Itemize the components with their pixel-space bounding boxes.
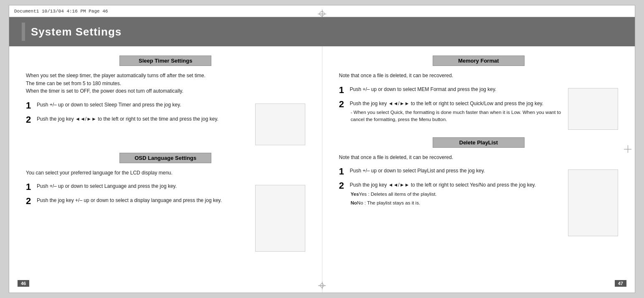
sleep-timer-image: [255, 104, 305, 145]
osd-language-intro: You can select your preferred language f…: [26, 169, 305, 177]
sleep-timer-steps-list: 1 Push +/– up or down to select Sleep Ti…: [26, 101, 251, 145]
osd-language-section: OSD Language Settings You can select you…: [26, 153, 305, 252]
del-step2-yes-note: YesYes : Deletes all items of the playli…: [350, 191, 564, 198]
sleep-timer-header: Sleep Timer Settings: [26, 56, 305, 66]
del-step1: 1 Push +/– up or down to select PlayList…: [339, 167, 564, 176]
memory-format-header: Memory Format: [339, 56, 619, 66]
delete-playlist-steps: 1 Push +/– up or down to select PlayList…: [339, 167, 619, 236]
osd-language-header-label: OSD Language Settings: [119, 153, 211, 163]
delete-playlist-intro: Note that once a file is deleted, it can…: [339, 154, 619, 162]
sleep-timer-step2: 2 Push the jog key ◄◄/►► to the left or …: [26, 115, 251, 124]
del-yes-bold: Yes: [351, 192, 359, 197]
del-step2-no-note: NoNo : The playlist stays as it is.: [350, 200, 564, 207]
osd-step1-text: Push +/– up or down to select Language a…: [37, 182, 251, 190]
del-step2: 2 Push the jog key ◄◄/►► to the left or …: [339, 181, 564, 207]
sleep-timer-header-label: Sleep Timer Settings: [119, 56, 211, 66]
memory-format-intro: Note that once a file is deleted, it can…: [339, 72, 619, 80]
header-accent-bar: [22, 23, 25, 41]
mem-step1: 1 Push +/– up or down to select MEM Form…: [339, 86, 564, 95]
memory-format-header-label: Memory Format: [433, 56, 525, 66]
mem-step2-text: Push the jog key ◄◄/►► to the left or ri…: [350, 100, 564, 124]
osd-step-number-1: 1: [26, 182, 33, 192]
mem-step2-sub-note: - When you select Quick, the formatting …: [350, 109, 564, 124]
sleep-timer-step1-text: Push +/– up or down to select Sleep Time…: [37, 101, 251, 109]
del-yes-text: Yes : Deletes all items of the playlist.: [359, 192, 436, 197]
delete-playlist-image: [568, 169, 618, 236]
mem-step2-main: Push the jog key ◄◄/►► to the left or ri…: [350, 101, 544, 106]
osd-language-image: [255, 185, 305, 252]
delete-playlist-steps-list: 1 Push +/– up or down to select PlayList…: [339, 167, 564, 236]
page-left: Sleep Timer Settings When you set the sl…: [9, 46, 322, 293]
sleep-timer-intro: When you set the sleep timer, the player…: [26, 72, 305, 95]
document-meta: Document1 10/13/04 4:16 PM Page 46: [14, 9, 108, 14]
sleep-timer-steps: 1 Push +/– up or down to select Sleep Ti…: [26, 101, 305, 145]
page-right: Memory Format Note that once a file is d…: [322, 46, 635, 293]
del-step-number-2: 2: [339, 181, 347, 190]
memory-format-steps-list: 1 Push +/– up or down to select MEM Form…: [339, 86, 564, 130]
memory-format-steps: 1 Push +/– up or down to select MEM Form…: [339, 86, 619, 130]
delete-playlist-header: Delete PlayList: [339, 137, 619, 148]
page-title: System Settings: [31, 25, 122, 38]
osd-language-steps-list: 1 Push +/– up or down to select Language…: [26, 182, 251, 252]
del-step2-text: Push the jog key ◄◄/►► to the left or ri…: [350, 181, 564, 207]
page-number-left: 46: [18, 280, 29, 287]
crosshair-circle-bottom: [320, 283, 324, 288]
del-no-text: No : The playlist stays as it is.: [357, 200, 420, 205]
mem-step-number-2: 2: [339, 100, 347, 109]
osd-step2-text: Push the jog key +/– up or down to selec…: [37, 197, 251, 205]
del-step-number-1: 1: [339, 167, 347, 176]
memory-format-image: [568, 88, 618, 130]
page-number-right: 47: [615, 280, 626, 287]
sleep-timer-section: Sleep Timer Settings When you set the sl…: [26, 56, 305, 145]
memory-format-section: Memory Format Note that once a file is d…: [339, 56, 619, 130]
del-no-bold: No: [351, 200, 357, 205]
main-content: System Settings Sleep Timer Settings Whe…: [9, 17, 635, 293]
osd-step2: 2 Push the jog key +/– up or down to sel…: [26, 197, 251, 206]
delete-playlist-header-label: Delete PlayList: [433, 137, 525, 148]
mem-step2: 2 Push the jog key ◄◄/►► to the left or …: [339, 100, 564, 124]
delete-playlist-section: Delete PlayList Note that once a file is…: [339, 137, 619, 237]
osd-language-header: OSD Language Settings: [26, 153, 305, 163]
mem-step1-text: Push +/– up or down to select MEM Format…: [350, 86, 564, 93]
crosshair-bottom-icon: [318, 282, 326, 289]
del-step2-main: Push the jog key ◄◄/►► to the left or ri…: [350, 182, 536, 188]
step-number-1: 1: [26, 101, 33, 110]
crosshair-top-icon: [318, 10, 326, 18]
osd-step1: 1 Push +/– up or down to select Language…: [26, 182, 251, 192]
crosshair-circle-top: [319, 11, 325, 16]
mem-step-number-1: 1: [339, 86, 347, 95]
pages-container: Sleep Timer Settings When you set the sl…: [9, 46, 635, 293]
del-step1-text: Push +/– up or down to select PlayList a…: [350, 167, 564, 175]
sleep-timer-step1: 1 Push +/– up or down to select Sleep Ti…: [26, 101, 251, 110]
osd-language-steps: 1 Push +/– up or down to select Language…: [26, 182, 305, 252]
step-number-2: 2: [26, 115, 33, 124]
sleep-timer-step2-text: Push the jog key ◄◄/►► to the left or ri…: [37, 115, 251, 123]
document-frame: Document1 10/13/04 4:16 PM Page 46 Syste…: [9, 5, 635, 293]
osd-step-number-2: 2: [26, 197, 33, 206]
header-band: System Settings: [9, 17, 635, 46]
